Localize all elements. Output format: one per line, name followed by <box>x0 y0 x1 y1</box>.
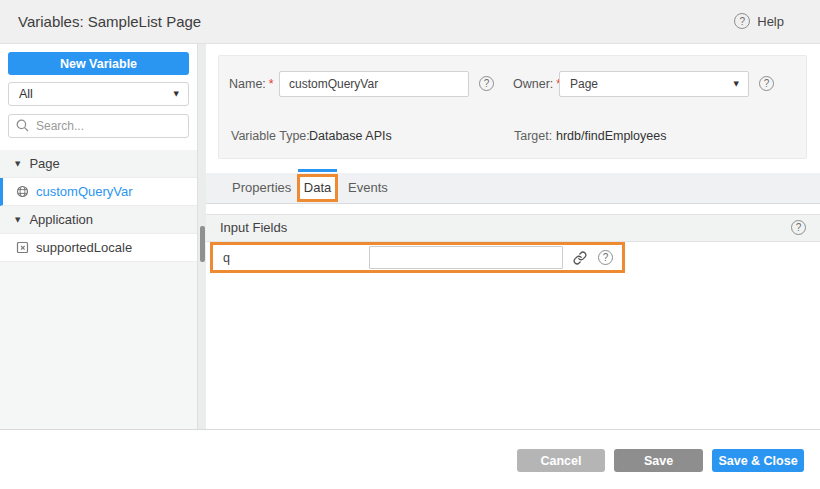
tab-properties[interactable]: Properties <box>218 173 305 203</box>
dialog-footer: Cancel Save Save & Close <box>0 429 820 489</box>
caret-down-icon: ▼ <box>15 160 20 168</box>
name-help-icon[interactable]: ? <box>479 76 494 91</box>
tree-group-application[interactable]: ▼ Application <box>0 206 197 234</box>
variables-dialog: Variables: SampleList Page ? Help New Va… <box>0 0 820 489</box>
save-and-close-button[interactable]: Save & Close <box>712 449 804 472</box>
tree-group-label: Application <box>29 212 93 227</box>
owner-label: Owner:* <box>513 76 561 92</box>
tree-item-customqueryvar[interactable]: customQueryVar <box>0 178 197 206</box>
owner-select[interactable]: Page ▼ <box>559 71 749 97</box>
vertical-scrollbar-track[interactable] <box>197 44 206 429</box>
field-q-input[interactable] <box>369 246 563 269</box>
chevron-down-icon: ▼ <box>734 72 739 96</box>
help-button[interactable]: ? Help <box>734 13 784 29</box>
vertical-scrollbar-thumb[interactable] <box>200 226 205 262</box>
link-icon <box>573 251 587 265</box>
active-tab-indicator <box>298 169 337 172</box>
variable-filter-select[interactable]: All ▼ <box>8 82 189 106</box>
input-field-row-annotation: q ? <box>210 242 625 273</box>
service-variable-icon <box>16 185 29 198</box>
chevron-down-icon: ▼ <box>174 83 179 105</box>
search-icon <box>16 119 29 132</box>
field-q-help-icon[interactable]: ? <box>598 250 613 265</box>
required-marker: * <box>269 77 274 91</box>
tab-bar: Properties Data Events <box>206 173 820 204</box>
tree-group-label: Page <box>29 156 59 171</box>
variable-search <box>8 114 189 138</box>
sidebar-empty-area <box>0 262 197 429</box>
tree-item-supportedlocale[interactable]: supportedLocale <box>0 234 197 262</box>
bind-field-button[interactable] <box>572 250 588 266</box>
input-fields-header: Input Fields ? <box>206 214 820 242</box>
variable-type-value: Database APIs <box>309 128 392 144</box>
caret-down-icon: ▼ <box>15 216 20 224</box>
variable-detail-panel: Name:* ? Owner:* Page ▼ ? Variable Type:… <box>206 44 820 429</box>
help-label: Help <box>757 14 784 29</box>
input-fields-help-icon[interactable]: ? <box>791 220 806 235</box>
help-icon: ? <box>734 13 750 29</box>
variable-filter-value: All <box>19 87 33 101</box>
locale-variable-icon <box>16 241 29 254</box>
field-q-label: q <box>223 251 230 265</box>
tree-group-page[interactable]: ▼ Page <box>0 150 197 178</box>
variables-sidebar: New Variable All ▼ ▼ Page <box>0 44 197 429</box>
tab-events[interactable]: Events <box>334 173 402 203</box>
dialog-header: Variables: SampleList Page ? Help <box>0 0 820 44</box>
tab-data[interactable]: Data <box>297 174 338 202</box>
search-input[interactable] <box>8 114 189 138</box>
name-label: Name:* <box>229 76 274 92</box>
new-variable-button[interactable]: New Variable <box>8 52 189 75</box>
owner-select-value: Page <box>570 77 598 91</box>
page-title: Variables: SampleList Page <box>18 13 201 30</box>
variable-type-label: Variable Type: <box>231 128 310 144</box>
save-button[interactable]: Save <box>614 449 703 472</box>
owner-help-icon[interactable]: ? <box>759 76 774 91</box>
variable-summary-panel: Name:* ? Owner:* Page ▼ ? Variable Type:… <box>218 55 807 159</box>
name-input[interactable] <box>279 71 469 97</box>
target-label: Target: <box>514 128 552 144</box>
cancel-button[interactable]: Cancel <box>517 449 605 472</box>
target-value: hrdb/findEmployees <box>556 128 666 144</box>
input-fields-title: Input Fields <box>220 215 287 241</box>
tree-item-label: customQueryVar <box>36 184 133 199</box>
variables-tree: ▼ Page customQueryVar ▼ Application <box>0 150 197 262</box>
tree-item-label: supportedLocale <box>36 240 132 255</box>
